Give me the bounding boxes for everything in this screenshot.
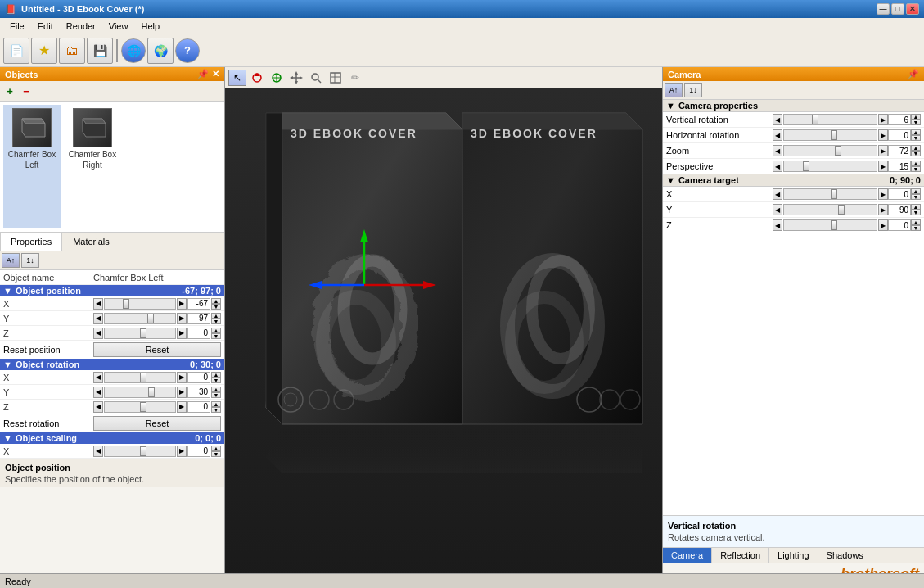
object-rotation-header[interactable]: ▼ Object rotation 0; 30; 0 [0,359,224,370]
persp-left-arrow[interactable]: ◀ [773,161,782,172]
canvas-viewport[interactable]: 3D EBOOK COVER [225,88,662,586]
rotation-x-slider[interactable]: ◀ ▶ ▲ ▼ [93,372,221,383]
objects-pin-button[interactable]: 📌 [197,69,209,79]
scaling-x-thumb[interactable] [140,446,146,456]
prop-sort-alpha-button[interactable]: A↑ [2,253,20,268]
ctz-right-arrow[interactable]: ▶ [878,219,888,231]
tab-shadows[interactable]: Shadows [818,548,872,563]
persp-spin-up[interactable]: ▲ [911,161,921,166]
hrot-thumb[interactable] [831,130,837,140]
vrot-input[interactable] [888,114,911,125]
position-y-input[interactable] [187,313,210,324]
ctx-track[interactable] [783,188,877,200]
menu-help[interactable]: Help [134,20,166,33]
vrot-left-arrow[interactable]: ◀ [773,114,782,125]
position-z-input[interactable] [187,328,210,339]
hrot-input[interactable] [888,129,911,141]
cty-right-arrow[interactable]: ▶ [878,204,888,215]
rotation-y-thumb[interactable] [148,387,155,397]
horizontal-rotation-slider[interactable]: ◀ ▶ [773,129,888,141]
menu-render[interactable]: Render [60,20,102,33]
zoom-region-tool[interactable] [307,70,325,86]
ctz-spin-down[interactable]: ▼ [911,225,921,231]
rotation-z-thumb[interactable] [140,402,146,412]
tab-reflection[interactable]: Reflection [712,548,769,563]
maximize-button[interactable]: □ [891,3,904,15]
save-button[interactable]: 💾 [87,38,113,64]
tab-camera[interactable]: Camera [663,548,712,563]
camera-target-section-header[interactable]: ▼ Camera target 0; 90; 0 [663,174,924,187]
position-z-slider[interactable]: ◀ ▶ ▲ ▼ [93,328,221,339]
ctx-spin-up[interactable]: ▲ [911,188,921,194]
rotation-x-spin-up[interactable]: ▲ [211,372,221,378]
rotation-z-input[interactable] [187,401,210,413]
ctz-spin-up[interactable]: ▲ [911,219,921,225]
rotation-y-slider[interactable]: ◀ ▶ ▲ ▼ [93,387,221,398]
object-scaling-header[interactable]: ▼ Object scaling 0; 0; 0 [0,432,224,444]
rotation-x-right-arrow[interactable]: ▶ [177,372,187,383]
vrot-spin-down[interactable]: ▼ [911,120,921,125]
rotation-z-left-arrow[interactable]: ◀ [93,401,103,413]
camera-properties-section-header[interactable]: ▼ Camera properties [663,100,924,112]
position-x-right-arrow[interactable]: ▶ [177,298,187,310]
vrot-spin-up[interactable]: ▲ [911,114,921,120]
position-z-right-arrow[interactable]: ▶ [177,328,187,339]
position-x-spin-up[interactable]: ▲ [211,298,221,304]
reset-rotation-button[interactable]: Reset [93,416,221,431]
hrot-right-arrow[interactable]: ▶ [878,129,888,141]
position-x-thumb[interactable] [123,299,129,309]
rotation-z-track[interactable] [104,401,176,413]
rotation-y-right-arrow[interactable]: ▶ [177,387,187,398]
persp-right-arrow[interactable]: ▶ [878,161,888,172]
new-button[interactable]: 📄 [3,38,29,64]
cty-left-arrow[interactable]: ◀ [773,204,782,215]
zoom-right-arrow[interactable]: ▶ [878,145,888,156]
ctz-thumb[interactable] [831,220,837,230]
zoom-input[interactable] [888,145,911,156]
vrot-thumb[interactable] [812,115,818,124]
reset-position-button[interactable]: Reset [93,342,221,357]
position-z-left-arrow[interactable]: ◀ [93,328,103,339]
rotation-y-input[interactable] [187,387,210,398]
rotation-x-track[interactable] [104,372,176,383]
tab-lighting[interactable]: Lighting [769,548,818,563]
position-z-spin-up[interactable]: ▲ [211,328,221,333]
scaling-x-track[interactable] [104,446,176,457]
save-template-button[interactable]: 🗂 [59,38,85,64]
position-y-thumb[interactable] [147,314,154,323]
position-y-spin-up[interactable]: ▲ [211,313,221,319]
cty-thumb[interactable] [838,205,845,215]
rotation-x-spin-down[interactable]: ▼ [211,378,221,383]
ctx-left-arrow[interactable]: ◀ [773,188,782,200]
zoom-track[interactable] [783,145,877,156]
rotation-x-left-arrow[interactable]: ◀ [93,372,103,383]
menu-view[interactable]: View [102,20,135,33]
close-button[interactable]: ✕ [906,3,919,15]
rotation-z-slider[interactable]: ◀ ▶ ▲ ▼ [93,401,221,413]
scaling-x-spin-up[interactable]: ▲ [211,446,221,451]
rotation-y-spin-down[interactable]: ▼ [211,392,221,398]
cam-target-x-slider[interactable]: ◀ ▶ [773,188,888,200]
scaling-x-left-arrow[interactable]: ◀ [93,446,103,457]
object-position-header[interactable]: ▼ Object position -67; 97; 0 [0,285,224,296]
move-tool[interactable] [287,70,305,86]
position-y-spin-down[interactable]: ▼ [211,319,221,324]
objects-close-button[interactable]: ✕ [212,69,219,79]
zoom-left-arrow[interactable]: ◀ [773,145,782,156]
vrot-track[interactable] [783,114,877,125]
cty-track[interactable] [783,204,877,215]
hrot-track[interactable] [783,129,877,141]
tab-materials[interactable]: Materials [62,233,120,251]
zoom-slider[interactable]: ◀ ▶ [773,145,888,156]
ctz-left-arrow[interactable]: ◀ [773,219,782,231]
hrot-spin-down[interactable]: ▼ [911,135,921,141]
camera-sort-order-button[interactable]: 1↓ [684,83,702,97]
open-button[interactable]: ★ [31,38,57,64]
scaling-x-input[interactable] [187,446,210,457]
rotation-z-spin-up[interactable]: ▲ [211,401,221,407]
scaling-x-spin-down[interactable]: ▼ [211,451,221,457]
zoom-spin-down[interactable]: ▼ [911,151,921,156]
zoom-thumb[interactable] [835,146,841,156]
persp-thumb[interactable] [803,161,809,171]
rotate-camera-tool[interactable] [248,70,266,86]
